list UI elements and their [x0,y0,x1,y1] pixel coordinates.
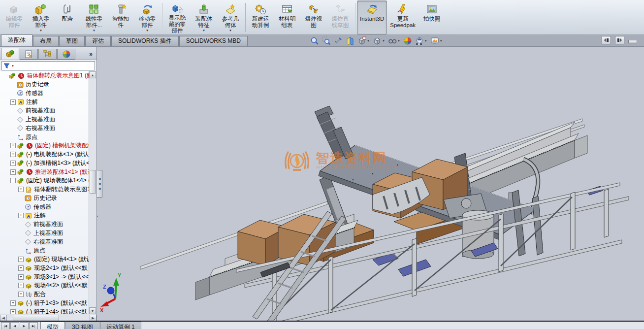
move-component-button[interactable]: 移动零 部件▼ [134,0,161,34]
dropdown-caret-icon[interactable]: ▼ [93,29,96,32]
dropdown-caret-icon[interactable]: ▼ [397,39,400,42]
assembly-features-button[interactable]: 装配体 特征▼ [191,0,217,34]
panel-tab-feature-manager[interactable] [1,48,19,60]
panel-overflow-chevron[interactable]: » [89,51,96,60]
apply-scene-icon[interactable]: ▼ [414,36,428,46]
tree-filter[interactable]: ▼ [1,61,95,70]
show-hidden-components-button[interactable]: 显示隐 藏的零 部件 [164,0,191,34]
tree-item[interactable]: +(-) 加强槽钢1<3> (默认< [0,159,89,168]
linear-component-pattern-button[interactable]: 线性零 部件...▼ [81,0,107,34]
window-minimize-dash[interactable] [628,40,637,43]
tree-item[interactable]: +(固定) 槽钢机架装配体1 [0,141,89,150]
pane-toggle-left-button[interactable] [602,36,611,44]
smart-fasteners-button[interactable]: 智能扣 件 [107,0,134,34]
tree-item[interactable]: +箱体翻转总装示意图1 [0,185,89,194]
tree-item[interactable]: +A注解 [0,211,89,220]
bottom-tab-motion-study-1[interactable]: 运动算例 1 [100,322,141,329]
update-speedpak-button[interactable]: 更新 Speedpak [387,0,419,34]
mate-button[interactable]: 配合 [54,0,81,34]
dropdown-caret-icon[interactable]: ▼ [440,39,443,42]
tab-solidworks-mbd[interactable]: SOLIDWORKS MBD [179,36,248,46]
tree-item[interactable]: 箱体翻转总装示意图1 (默 [0,71,89,80]
tree-item[interactable]: +(-) 箱子1<3> (默认<<默 [0,299,89,308]
vertical-scroll-thumb[interactable] [90,170,96,194]
view-settings-icon[interactable]: ▼ [429,36,444,46]
next-tab-button[interactable]: ▶ [20,322,29,329]
tree-item[interactable]: +(固定) 现场4<1> (默认 [0,255,89,264]
pane-toggle-right-button[interactable] [615,36,624,44]
bottom-tab-model[interactable]: 模型 [40,322,65,329]
expand-toggle[interactable]: + [18,187,24,192]
tree-item[interactable]: +(-) 箱子1<4> (默认<<默 [0,307,89,314]
expand-toggle[interactable]: + [10,152,16,157]
exploded-view-button[interactable]: 爆炸视 图 [300,0,327,34]
dropdown-caret-icon[interactable]: ▼ [382,39,385,42]
tree-item[interactable]: 历史记录 [0,80,89,89]
tab-layout[interactable]: 布局 [33,36,59,46]
expand-toggle[interactable]: + [18,265,24,271]
tree-item[interactable]: −(固定) 现场装配体1<4> ( [0,176,89,185]
instant3d-button[interactable]: Instant3D [357,0,387,34]
scroll-up-arrow[interactable]: ▲ [89,71,96,78]
first-tab-button[interactable]: |◀ [1,322,10,329]
tab-evaluate[interactable]: 评估 [85,36,111,46]
zoom-fit-icon[interactable] [309,36,320,46]
tab-assembly[interactable]: 装配体 [1,34,32,46]
expand-toggle[interactable]: + [18,283,24,288]
dropdown-caret-icon[interactable]: ▼ [367,39,370,42]
expand-toggle[interactable]: + [18,274,24,280]
tree-item[interactable]: 原点 [0,246,89,255]
tree-item[interactable]: +现场4<2> (默认<<默 [0,281,89,290]
new-motion-study-button[interactable]: 新建运 动算例 [247,0,274,34]
panel-tab-configuration-manager[interactable] [38,49,57,60]
display-style-icon[interactable]: ▼ [372,36,386,46]
bottom-tab-3d-views[interactable]: 3D 视图 [65,322,99,329]
tree-item[interactable]: +推进装配体1<1> (默认 [0,167,89,176]
last-tab-button[interactable]: ▶| [29,322,38,329]
tree-vertical-scrollbar[interactable]: ▲ ▼ [89,71,97,314]
tree-item[interactable]: +A注解 [0,98,89,106]
expand-toggle[interactable]: − [10,178,16,183]
tree-item[interactable]: 传感器 [0,89,89,98]
panel-tab-display-manager[interactable] [57,49,75,60]
expand-toggle[interactable]: + [18,292,24,297]
expand-toggle[interactable]: + [10,99,16,105]
tree-item[interactable]: 上视基准面 [0,229,89,238]
hide-show-items-icon[interactable]: ▼ [387,36,401,46]
dropdown-caret-icon[interactable]: ▼ [424,39,427,42]
tree-item[interactable]: +(-) 电机装配体<1> (默认< [0,150,89,159]
take-snapshot-button[interactable]: 拍快照 [419,0,445,34]
tree-item[interactable]: 上视基准面 [0,115,89,124]
prev-tab-button[interactable]: ◀ [10,322,19,329]
bill-of-materials-button[interactable]: 材料明 细表 [274,0,300,34]
expand-toggle[interactable]: + [10,300,16,306]
previous-view-icon[interactable] [333,36,344,46]
expand-toggle[interactable]: + [18,213,24,218]
tree-item[interactable]: +现场2<1> (默认<<默 [0,264,89,273]
expand-toggle[interactable]: + [10,169,16,175]
edit-appearance-icon[interactable] [402,36,413,46]
panel-splitter-handle[interactable]: ◀◀◀ [97,170,102,197]
tab-sketch[interactable]: 草图 [59,36,85,46]
dropdown-caret-icon[interactable]: ▼ [229,29,232,32]
tree-item[interactable]: 右视基准面 [0,124,89,133]
tree-item[interactable]: 前视基准面 [0,220,89,229]
zoom-area-icon[interactable] [321,36,332,46]
section-view-icon[interactable] [345,36,355,46]
insert-component-button[interactable]: 插入零 部件▼ [28,0,54,34]
dropdown-caret-icon[interactable]: ▼ [39,29,42,32]
tab-solidworks-addins[interactable]: SOLIDWORKS 插件 [111,36,179,46]
tree-item[interactable]: 历史记录 [0,194,89,203]
assembly-model[interactable] [97,47,644,322]
expand-toggle[interactable]: + [18,257,24,262]
view-orientation-icon[interactable]: ▼ [356,36,371,46]
panel-tab-property-manager[interactable] [20,49,38,60]
tree-item[interactable]: 传感器 [0,202,89,211]
graphics-viewport[interactable]: 智造资料网 INTELLIGENT-MANUFACTURING.DATA Y Z… [97,47,644,322]
tree-item[interactable]: +配合 [0,290,89,299]
scroll-down-arrow[interactable]: ▼ [89,307,96,314]
reference-geometry-button[interactable]: 参考几 何体▼ [217,0,244,34]
expand-toggle[interactable]: + [10,161,16,166]
tree-item[interactable]: 前视基准面 [0,106,89,115]
tree-item[interactable]: 原点 [0,132,89,141]
